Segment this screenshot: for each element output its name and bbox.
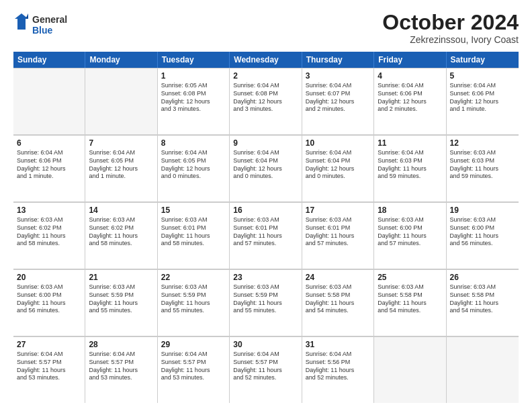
cell-detail: Sunrise: 6:03 AM Sunset: 5:58 PM Dayligh… — [450, 283, 515, 315]
day-number: 23 — [233, 272, 298, 283]
day-number: 7 — [89, 138, 153, 148]
cell-detail: Sunrise: 6:04 AM Sunset: 5:56 PM Dayligh… — [306, 351, 370, 382]
calendar-cell: 23Sunrise: 6:03 AM Sunset: 5:59 PM Dayli… — [230, 269, 302, 336]
calendar-cell: 31Sunrise: 6:04 AM Sunset: 5:56 PM Dayli… — [302, 336, 374, 403]
cell-detail: Sunrise: 6:03 AM Sunset: 6:00 PM Dayligh… — [450, 216, 515, 248]
calendar-cell — [13, 68, 85, 134]
weekday-header: Sunday — [13, 52, 85, 68]
month-title: October 2024 — [382, 11, 519, 34]
day-number: 16 — [233, 205, 298, 216]
day-number: 15 — [161, 205, 226, 216]
cell-detail: Sunrise: 6:05 AM Sunset: 6:08 PM Dayligh… — [161, 82, 226, 113]
day-number: 10 — [306, 138, 370, 148]
day-number: 30 — [233, 339, 298, 350]
cell-detail: Sunrise: 6:03 AM Sunset: 6:00 PM Dayligh… — [17, 283, 81, 315]
day-number: 12 — [450, 138, 515, 148]
cell-detail: Sunrise: 6:04 AM Sunset: 6:05 PM Dayligh… — [89, 149, 153, 181]
cell-detail: Sunrise: 6:04 AM Sunset: 6:03 PM Dayligh… — [378, 149, 442, 181]
day-number: 18 — [378, 205, 442, 216]
calendar-cell: 29Sunrise: 6:04 AM Sunset: 5:57 PM Dayli… — [158, 336, 230, 403]
day-number: 19 — [450, 205, 515, 216]
logo: General Blue — [13, 11, 74, 39]
weekday-header: Tuesday — [158, 52, 230, 68]
calendar-row: 1Sunrise: 6:05 AM Sunset: 6:08 PM Daylig… — [13, 68, 519, 135]
calendar-cell: 28Sunrise: 6:04 AM Sunset: 5:57 PM Dayli… — [85, 336, 157, 403]
calendar-cell: 16Sunrise: 6:03 AM Sunset: 6:01 PM Dayli… — [230, 202, 302, 269]
day-number: 26 — [450, 272, 515, 283]
calendar-cell: 12Sunrise: 6:03 AM Sunset: 6:03 PM Dayli… — [447, 135, 519, 201]
cell-detail: Sunrise: 6:03 AM Sunset: 5:59 PM Dayligh… — [89, 283, 153, 315]
day-number: 20 — [17, 272, 81, 283]
cell-detail: Sunrise: 6:04 AM Sunset: 6:06 PM Dayligh… — [450, 82, 515, 113]
calendar-cell: 11Sunrise: 6:04 AM Sunset: 6:03 PM Dayli… — [374, 135, 446, 201]
cell-detail: Sunrise: 6:03 AM Sunset: 6:01 PM Dayligh… — [161, 216, 226, 248]
calendar-cell: 24Sunrise: 6:03 AM Sunset: 5:58 PM Dayli… — [302, 269, 374, 336]
calendar-row: 27Sunrise: 6:04 AM Sunset: 5:57 PM Dayli… — [13, 336, 519, 403]
day-number: 6 — [17, 138, 81, 148]
calendar-cell: 25Sunrise: 6:03 AM Sunset: 5:58 PM Dayli… — [374, 269, 446, 336]
calendar-cell: 4Sunrise: 6:04 AM Sunset: 6:06 PM Daylig… — [374, 68, 446, 134]
day-number: 3 — [306, 71, 370, 81]
day-number: 13 — [17, 205, 81, 216]
cell-detail: Sunrise: 6:03 AM Sunset: 6:02 PM Dayligh… — [89, 216, 153, 248]
cell-detail: Sunrise: 6:03 AM Sunset: 5:59 PM Dayligh… — [161, 283, 226, 315]
cell-detail: Sunrise: 6:04 AM Sunset: 6:04 PM Dayligh… — [306, 149, 370, 181]
cell-detail: Sunrise: 6:04 AM Sunset: 6:06 PM Dayligh… — [17, 149, 81, 181]
calendar: SundayMondayTuesdayWednesdayThursdayFrid… — [13, 52, 519, 403]
day-number: 4 — [378, 71, 442, 81]
calendar-row: 6Sunrise: 6:04 AM Sunset: 6:06 PM Daylig… — [13, 135, 519, 202]
calendar-cell: 27Sunrise: 6:04 AM Sunset: 5:57 PM Dayli… — [13, 336, 85, 403]
logo-svg: General Blue — [13, 11, 74, 39]
day-number: 21 — [89, 272, 153, 283]
day-number: 29 — [161, 339, 226, 350]
day-number: 8 — [161, 138, 226, 148]
weekday-header: Saturday — [447, 52, 519, 68]
day-number: 2 — [233, 71, 298, 81]
cell-detail: Sunrise: 6:04 AM Sunset: 5:57 PM Dayligh… — [89, 351, 153, 382]
calendar-cell: 9Sunrise: 6:04 AM Sunset: 6:04 PM Daylig… — [230, 135, 302, 201]
calendar-cell: 2Sunrise: 6:04 AM Sunset: 6:08 PM Daylig… — [230, 68, 302, 134]
calendar-cell: 6Sunrise: 6:04 AM Sunset: 6:06 PM Daylig… — [13, 135, 85, 201]
calendar-cell: 3Sunrise: 6:04 AM Sunset: 6:07 PM Daylig… — [302, 68, 374, 134]
weekday-header: Thursday — [302, 52, 374, 68]
page: General Blue October 2024 Zekrezinssou, … — [0, 0, 532, 411]
calendar-cell: 5Sunrise: 6:04 AM Sunset: 6:06 PM Daylig… — [447, 68, 519, 134]
calendar-header: SundayMondayTuesdayWednesdayThursdayFrid… — [13, 52, 519, 68]
cell-detail: Sunrise: 6:04 AM Sunset: 6:04 PM Dayligh… — [233, 149, 298, 181]
calendar-cell: 8Sunrise: 6:04 AM Sunset: 6:05 PM Daylig… — [158, 135, 230, 201]
calendar-cell — [374, 336, 446, 403]
day-number: 9 — [233, 138, 298, 148]
svg-text:General: General — [32, 14, 67, 25]
title-block: October 2024 Zekrezinssou, Ivory Coast — [382, 11, 519, 45]
weekday-header: Wednesday — [230, 52, 302, 68]
day-number: 28 — [89, 339, 153, 350]
cell-detail: Sunrise: 6:04 AM Sunset: 6:07 PM Dayligh… — [306, 82, 370, 113]
day-number: 5 — [450, 71, 515, 81]
cell-detail: Sunrise: 6:03 AM Sunset: 6:01 PM Dayligh… — [306, 216, 370, 248]
svg-marker-2 — [15, 13, 28, 30]
calendar-cell: 10Sunrise: 6:04 AM Sunset: 6:04 PM Dayli… — [302, 135, 374, 201]
calendar-cell: 22Sunrise: 6:03 AM Sunset: 5:59 PM Dayli… — [158, 269, 230, 336]
cell-detail: Sunrise: 6:03 AM Sunset: 6:03 PM Dayligh… — [450, 149, 515, 181]
calendar-cell: 7Sunrise: 6:04 AM Sunset: 6:05 PM Daylig… — [85, 135, 157, 201]
weekday-header: Friday — [374, 52, 446, 68]
calendar-row: 13Sunrise: 6:03 AM Sunset: 6:02 PM Dayli… — [13, 202, 519, 269]
calendar-cell: 19Sunrise: 6:03 AM Sunset: 6:00 PM Dayli… — [447, 202, 519, 269]
calendar-cell: 1Sunrise: 6:05 AM Sunset: 6:08 PM Daylig… — [158, 68, 230, 134]
cell-detail: Sunrise: 6:03 AM Sunset: 5:58 PM Dayligh… — [378, 283, 442, 315]
cell-detail: Sunrise: 6:04 AM Sunset: 5:57 PM Dayligh… — [17, 351, 81, 382]
day-number: 1 — [161, 71, 226, 81]
calendar-cell: 26Sunrise: 6:03 AM Sunset: 5:58 PM Dayli… — [447, 269, 519, 336]
day-number: 25 — [378, 272, 442, 283]
cell-detail: Sunrise: 6:04 AM Sunset: 5:57 PM Dayligh… — [233, 351, 298, 382]
cell-detail: Sunrise: 6:03 AM Sunset: 6:00 PM Dayligh… — [378, 216, 442, 248]
calendar-cell: 18Sunrise: 6:03 AM Sunset: 6:00 PM Dayli… — [374, 202, 446, 269]
day-number: 24 — [306, 272, 370, 283]
cell-detail: Sunrise: 6:03 AM Sunset: 6:02 PM Dayligh… — [17, 216, 81, 248]
day-number: 11 — [378, 138, 442, 148]
calendar-cell — [85, 68, 157, 134]
calendar-cell: 20Sunrise: 6:03 AM Sunset: 6:00 PM Dayli… — [13, 269, 85, 336]
location: Zekrezinssou, Ivory Coast — [382, 34, 519, 45]
calendar-cell: 15Sunrise: 6:03 AM Sunset: 6:01 PM Dayli… — [158, 202, 230, 269]
calendar-cell: 17Sunrise: 6:03 AM Sunset: 6:01 PM Dayli… — [302, 202, 374, 269]
